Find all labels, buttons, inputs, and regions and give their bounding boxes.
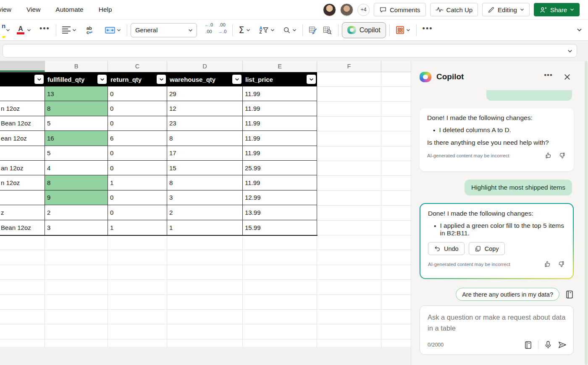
cell[interactable]: 29	[167, 86, 243, 101]
panel-scrollbar[interactable]	[585, 61, 588, 365]
wrap-text-button[interactable]: abc↵	[84, 22, 100, 38]
cell[interactable]	[0, 86, 45, 101]
ribbon-collapse-chevron[interactable]	[577, 27, 588, 33]
cell[interactable]: 25.99	[243, 161, 317, 175]
cell[interactable]: 6	[108, 131, 167, 146]
cell[interactable]: 0	[108, 161, 167, 175]
cell[interactable]: 13.99	[243, 205, 317, 220]
menu-automate[interactable]: Automate	[55, 6, 83, 13]
close-icon[interactable]	[564, 73, 571, 81]
chevron-down-icon[interactable]	[6, 28, 10, 32]
cell[interactable]: 3	[167, 190, 243, 205]
cell[interactable]: 1	[108, 220, 167, 235]
thumbs-up-icon[interactable]	[543, 261, 551, 268]
cell[interactable]: 1	[167, 220, 243, 235]
prompt-guide-icon[interactable]	[524, 341, 532, 349]
cell[interactable]: 9	[45, 190, 108, 205]
column-header-b[interactable]: B	[45, 61, 108, 72]
highlight-color-button[interactable]: n	[0, 22, 6, 38]
clean-data-button[interactable]	[306, 22, 320, 38]
cell[interactable]: 11.99	[243, 101, 317, 116]
cell[interactable]: Bean 12oz	[0, 116, 45, 131]
apps-grid-button[interactable]	[393, 22, 413, 38]
cell[interactable]: 8	[167, 131, 243, 146]
merge-cells-button[interactable]	[102, 22, 123, 38]
cell[interactable]: 8	[45, 175, 108, 190]
font-color-button[interactable]: A	[14, 22, 27, 38]
copy-button[interactable]: Copy	[469, 242, 505, 255]
filter-button[interactable]	[307, 75, 316, 84]
column-header-e[interactable]: E	[243, 61, 317, 72]
cell[interactable]: 16	[45, 131, 108, 146]
cell[interactable]: 0	[108, 101, 167, 116]
column-header-c[interactable]: C	[108, 61, 167, 72]
cell[interactable]: z	[0, 205, 45, 220]
cell[interactable]: ean 12oz	[0, 131, 45, 146]
cell[interactable]: 0	[108, 190, 167, 205]
cell[interactable]: an 12oz	[0, 161, 45, 175]
catch-up-button[interactable]: Catch Up	[430, 3, 478, 16]
cell[interactable]: 0	[108, 146, 167, 161]
ribbon-overflow-button[interactable]: •••	[420, 22, 436, 38]
filter-button[interactable]	[34, 75, 44, 84]
cell[interactable]: 3	[45, 220, 108, 235]
cell[interactable]: 11.99	[243, 131, 317, 146]
avatar[interactable]	[323, 3, 336, 16]
increase-decimal-button[interactable]: .00→.0	[215, 22, 229, 38]
thumbs-down-icon[interactable]	[558, 261, 565, 268]
cell[interactable]: 8	[167, 175, 243, 190]
share-button[interactable]: Share	[534, 3, 580, 16]
microphone-icon[interactable]	[544, 341, 552, 349]
cell[interactable]: n 12oz	[0, 101, 45, 116]
cell[interactable]: 5	[45, 116, 108, 131]
cell[interactable]: 0	[108, 86, 167, 101]
column-header-a[interactable]	[0, 61, 45, 72]
avatar[interactable]	[340, 3, 353, 16]
panel-more-button[interactable]: •••	[544, 71, 553, 83]
cell[interactable]: 5	[45, 146, 108, 161]
cell[interactable]: 11.99	[243, 175, 317, 190]
cell[interactable]: 2	[45, 205, 108, 220]
column-header-g[interactable]	[381, 61, 411, 72]
cell[interactable]: Bean 12oz	[0, 220, 45, 235]
cell[interactable]: 15	[167, 161, 243, 175]
column-header-f[interactable]: F	[317, 61, 381, 72]
cell[interactable]: 15.99	[243, 220, 317, 235]
menu-view[interactable]: View	[26, 6, 40, 13]
comments-button[interactable]: Comments	[374, 3, 426, 16]
copilot-input-box[interactable]: Ask a question or make a request about d…	[420, 305, 574, 355]
find-button[interactable]	[281, 22, 299, 38]
menu-help[interactable]: Help	[99, 6, 112, 13]
formula-bar[interactable]	[3, 44, 577, 57]
cell[interactable]: 0	[108, 205, 167, 220]
cell[interactable]: 17	[167, 146, 243, 161]
cell[interactable]: 12.99	[243, 190, 317, 205]
cell[interactable]: 8	[45, 101, 108, 116]
alignment-button[interactable]	[60, 22, 79, 38]
editing-mode-button[interactable]: Editing	[482, 3, 530, 16]
cell[interactable]: 1	[108, 175, 167, 190]
filter-button[interactable]	[97, 75, 107, 84]
cell[interactable]: 23	[167, 116, 243, 131]
menu-review[interactable]: view	[0, 6, 11, 13]
filter-button[interactable]	[232, 75, 242, 84]
copilot-toggle-button[interactable]: Copilot	[342, 22, 386, 38]
sort-filter-button[interactable]: AZ	[257, 22, 277, 38]
send-icon[interactable]	[558, 341, 567, 349]
cell[interactable]: 11.99	[243, 116, 317, 131]
undo-button[interactable]: Undo	[428, 242, 465, 255]
autosum-button[interactable]: Σ	[236, 22, 252, 38]
cell[interactable]: 2	[167, 205, 243, 220]
analyze-data-button[interactable]	[320, 22, 335, 38]
presence-overflow-badge[interactable]: +4	[357, 4, 370, 16]
prompt-guide-icon[interactable]	[565, 290, 574, 299]
chevron-down-icon[interactable]	[567, 49, 572, 53]
font-overflow-button[interactable]: •••	[37, 22, 52, 38]
cell[interactable]	[0, 146, 45, 161]
cell[interactable]: n 12oz	[0, 175, 45, 190]
cell[interactable]: 12	[167, 101, 243, 116]
cell[interactable]: 11.99	[243, 86, 317, 101]
grid-row1-right[interactable]	[317, 72, 411, 86]
filter-button[interactable]	[157, 75, 166, 84]
thumbs-up-icon[interactable]	[544, 152, 551, 159]
